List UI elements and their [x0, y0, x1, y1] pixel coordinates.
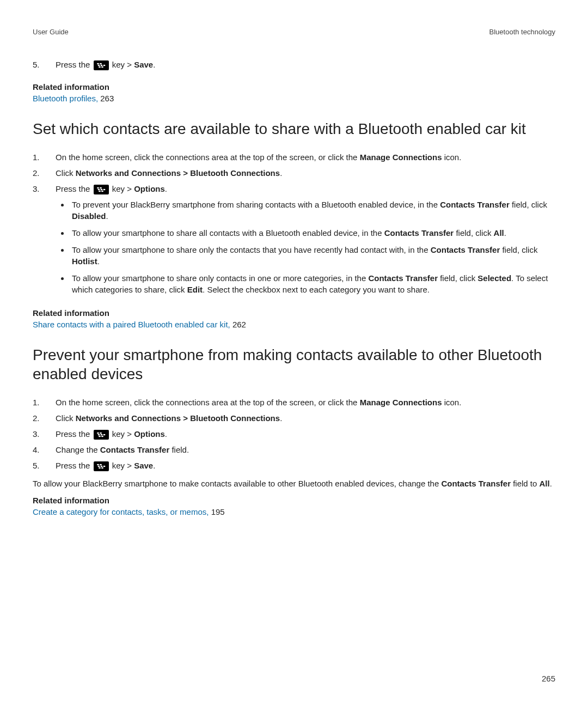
svg-point-19 — [99, 436, 101, 437]
step-text: Press the key > Save. — [56, 460, 555, 471]
step-item: 2. Click Networks and Connections > Blue… — [33, 412, 555, 424]
text: To allow your smartphone to share only t… — [72, 245, 431, 254]
text: field to — [511, 479, 540, 488]
svg-point-27 — [101, 467, 103, 469]
svg-point-3 — [100, 65, 102, 66]
svg-point-5 — [99, 66, 101, 68]
step-number: 4. — [33, 444, 40, 455]
related-link-row: Create a category for contacts, tasks, o… — [33, 506, 555, 518]
step-number: 5. — [33, 59, 40, 70]
step-text: Click Networks and Connections > Bluetoo… — [56, 167, 555, 179]
related-info-heading: Related information — [33, 307, 555, 319]
step-number: 5. — [33, 460, 40, 471]
text: key > — [110, 184, 134, 193]
svg-point-11 — [103, 189, 105, 191]
text: icon. — [442, 153, 462, 162]
text: . — [550, 479, 552, 488]
svg-point-9 — [97, 189, 100, 191]
save-label: Save — [134, 461, 153, 470]
blackberry-key-icon — [94, 185, 109, 194]
step-number: 2. — [33, 167, 40, 179]
related-page-ref: 262 — [230, 320, 246, 329]
bluetooth-profiles-link[interactable]: Bluetooth profiles, — [33, 94, 98, 103]
selected-label: Selected — [477, 273, 511, 283]
svg-point-21 — [97, 464, 99, 466]
step-text: On the home screen, click the connection… — [56, 397, 555, 408]
blackberry-key-icon — [94, 461, 109, 471]
text: . — [97, 257, 100, 266]
section-heading: Set which contacts are available to shar… — [33, 119, 555, 138]
text: . — [153, 461, 155, 470]
edit-label: Edit — [187, 285, 203, 294]
step-item: 1. On the home screen, click the connect… — [33, 151, 555, 163]
step-text: Press the key > Options. — [56, 428, 555, 440]
text: key > — [110, 461, 134, 470]
all-label: All — [540, 479, 550, 488]
save-label: Save — [134, 60, 153, 69]
svg-point-23 — [97, 466, 100, 467]
text: Click — [56, 168, 76, 178]
text: field. — [169, 445, 189, 454]
svg-point-24 — [100, 466, 102, 467]
steps-list: 1. On the home screen, click the connect… — [33, 151, 555, 301]
step-number: 2. — [33, 412, 40, 424]
manage-connections-label: Manage Connections — [360, 153, 442, 162]
svg-point-16 — [97, 434, 100, 436]
svg-point-15 — [100, 433, 102, 434]
create-category-link[interactable]: Create a category for contacts, tasks, o… — [33, 507, 209, 516]
bullet-item: To allow your smartphone to share only t… — [70, 244, 555, 267]
text: To allow your smartphone to share all co… — [72, 228, 384, 238]
bullet-item: To allow your smartphone to share all co… — [70, 227, 555, 239]
related-link-row: Bluetooth profiles, 263 — [33, 93, 555, 104]
bluetooth-connections-label: Bluetooth Connections — [190, 168, 280, 178]
text: . — [280, 168, 282, 178]
text: field, click — [438, 273, 477, 283]
svg-point-17 — [100, 434, 102, 436]
step-item: 4. Change the Contacts Transfer field. — [33, 444, 555, 455]
bullet-item: To allow your smartphone to share only c… — [70, 272, 555, 295]
related-page-ref: 195 — [209, 507, 224, 516]
contacts-transfer-label: Contacts Transfer — [100, 445, 170, 454]
svg-point-20 — [101, 436, 103, 437]
text: field, click — [500, 245, 537, 254]
svg-point-14 — [97, 433, 99, 434]
svg-point-25 — [103, 466, 105, 467]
all-label: All — [494, 228, 504, 238]
text: icon. — [442, 398, 462, 407]
svg-point-7 — [97, 187, 99, 189]
svg-point-22 — [100, 464, 102, 466]
svg-point-26 — [99, 467, 101, 469]
text: On the home screen, click the connection… — [56, 153, 360, 162]
blackberry-key-icon — [94, 430, 109, 440]
page-number: 265 — [542, 673, 555, 684]
svg-point-0 — [97, 63, 99, 65]
text: . — [153, 60, 155, 69]
text: . — [504, 228, 506, 238]
text: On the home screen, click the connection… — [56, 398, 360, 407]
header-guide-label: User Guide — [33, 27, 69, 37]
svg-point-12 — [99, 191, 101, 192]
text: . — [165, 184, 167, 193]
text: Change the — [56, 445, 100, 454]
bullet-item: To prevent your BlackBerry smartphone fr… — [70, 199, 555, 222]
contacts-transfer-label: Contacts Transfer — [384, 228, 454, 238]
svg-point-13 — [101, 191, 103, 192]
svg-point-18 — [103, 434, 105, 436]
breadcrumb-separator: > — [181, 413, 190, 423]
share-contacts-link[interactable]: Share contacts with a paired Bluetooth e… — [33, 320, 230, 329]
text: . — [165, 429, 167, 439]
options-label: Options — [134, 429, 165, 439]
step-item: 5. Press the key > Save. — [33, 460, 555, 471]
related-page-ref: 263 — [98, 94, 114, 103]
step-item: 3. Press the key > Options. — [33, 428, 555, 440]
page-header: User Guide Bluetooth technology — [33, 27, 555, 37]
related-info-heading: Related information — [33, 81, 555, 93]
step-number: 1. — [33, 151, 40, 163]
step-text: Press the key > Options. To prevent your… — [56, 183, 555, 301]
svg-point-10 — [100, 189, 102, 191]
blackberry-key-icon — [94, 60, 109, 70]
hotlist-label: Hotlist — [72, 257, 97, 266]
text: . Select the checkbox next to each categ… — [203, 285, 430, 294]
step-text: Click Networks and Connections > Bluetoo… — [56, 412, 555, 424]
sub-bullets: To prevent your BlackBerry smartphone fr… — [70, 199, 555, 295]
